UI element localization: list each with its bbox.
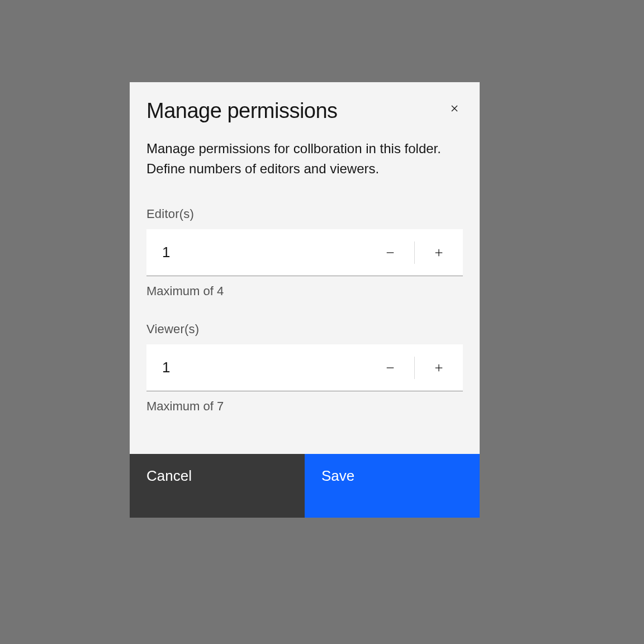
viewers-field: Viewer(s) Maximum of 7: [130, 322, 480, 414]
close-button[interactable]: [445, 99, 464, 120]
modal-footer: Cancel Save: [130, 454, 480, 518]
editors-label: Editor(s): [146, 207, 463, 221]
svg-rect-1: [387, 252, 394, 253]
viewers-increment-button[interactable]: [415, 344, 463, 391]
svg-marker-4: [435, 364, 443, 371]
viewers-helper-text: Maximum of 7: [146, 399, 463, 414]
modal-title: Manage permissions: [146, 99, 338, 123]
plus-icon: [433, 358, 444, 377]
editors-increment-button[interactable]: [415, 229, 463, 276]
viewers-number-input: [146, 344, 463, 391]
editors-number-input: [146, 229, 463, 276]
modal-description: Manage permissions for collboration in t…: [130, 123, 480, 179]
svg-marker-2: [435, 249, 443, 256]
permissions-modal: Manage permissions Manage permissions fo…: [130, 82, 480, 518]
editors-helper-text: Maximum of 4: [146, 284, 463, 299]
save-button[interactable]: Save: [305, 454, 480, 518]
minus-icon: [385, 358, 396, 377]
viewers-value-input[interactable]: [146, 344, 366, 391]
svg-marker-0: [452, 106, 458, 112]
editors-decrement-button[interactable]: [366, 229, 414, 276]
viewers-label: Viewer(s): [146, 322, 463, 337]
plus-icon: [433, 243, 444, 262]
close-icon: [448, 102, 461, 116]
cancel-button[interactable]: Cancel: [130, 454, 305, 518]
editors-field: Editor(s) Maximum of 4: [130, 207, 480, 299]
editors-value-input[interactable]: [146, 229, 366, 276]
svg-rect-3: [387, 367, 394, 368]
minus-icon: [385, 243, 396, 262]
viewers-decrement-button[interactable]: [366, 344, 414, 391]
modal-header: Manage permissions: [130, 82, 480, 123]
